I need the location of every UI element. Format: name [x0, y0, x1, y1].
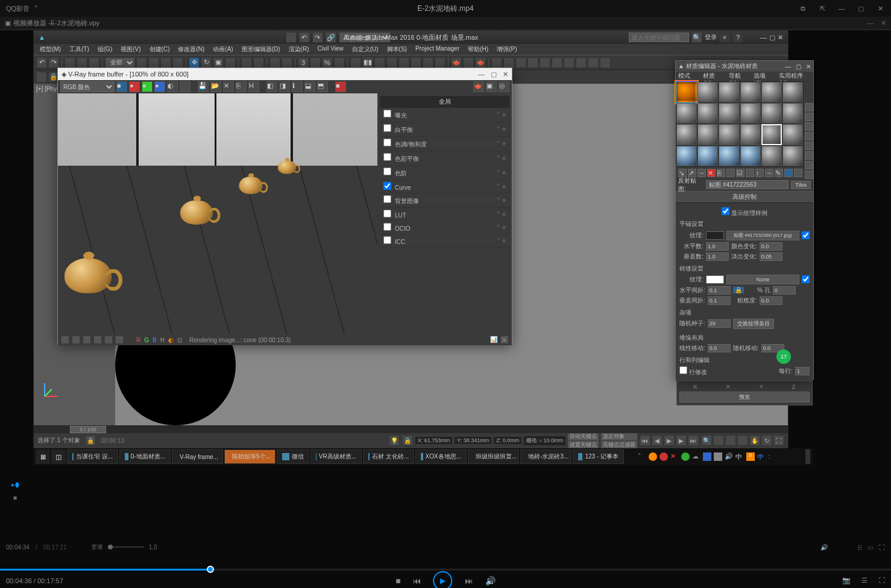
mat-material-map-icon[interactable] — [805, 170, 813, 179]
select-name-icon[interactable] — [148, 57, 159, 68]
vray-cc-toggle-icon[interactable]: ◧ — [266, 81, 277, 92]
vray-correction-checkbox[interactable] — [383, 153, 391, 161]
tab-close-icon[interactable]: ✕ — [881, 19, 886, 27]
max-redo-icon[interactable]: ↷ — [312, 32, 323, 43]
vray-correction-checkbox[interactable] — [383, 110, 391, 117]
menu-icon[interactable]: ≡ — [502, 169, 506, 176]
viewport-zoom-all-icon[interactable] — [713, 435, 724, 446]
selected-label[interactable]: 选定对象 — [601, 433, 637, 440]
qq-volume-button[interactable]: 🔊 — [485, 576, 496, 586]
mat-menu-item[interactable]: 材质(M) — [703, 72, 723, 81]
maximize-icon[interactable]: ▢ — [856, 4, 866, 13]
tray-cloud-icon[interactable]: ☁ — [692, 452, 701, 461]
max-win-close-icon[interactable]: ✕ — [778, 34, 783, 42]
named-selection-icon[interactable] — [350, 57, 361, 68]
max-win-minimize-icon[interactable]: — — [760, 34, 767, 41]
render-frame-icon[interactable] — [463, 57, 474, 68]
pct-input[interactable] — [773, 286, 796, 295]
render-setup-icon[interactable]: 🫖 — [451, 57, 462, 68]
max-menu-item[interactable]: 脚本(S) — [383, 44, 411, 55]
vray-render-view[interactable] — [58, 93, 377, 334]
task-view-icon[interactable]: ◫ — [51, 449, 66, 464]
isolate-icon[interactable]: 💡 — [389, 435, 400, 446]
mat-sample-slot[interactable] — [740, 124, 761, 145]
viewport-maximize-icon[interactable]: ⛶ — [773, 435, 784, 446]
mat-sample-slot[interactable] — [740, 103, 761, 124]
material-editor-icon[interactable] — [435, 57, 446, 68]
rough-input[interactable] — [760, 296, 782, 305]
max-search-input[interactable] — [629, 33, 689, 42]
menu-icon[interactable]: ≡ — [502, 140, 506, 147]
mat-menu-item[interactable]: 实用程序(U) — [779, 72, 811, 81]
goto-end-icon[interactable]: ⏭ — [688, 435, 699, 446]
vray-overlay-icon[interactable]: ⬒ — [317, 81, 328, 92]
vray-render-icon[interactable]: 🫖 — [473, 81, 484, 92]
mat-map-icon[interactable] — [794, 169, 802, 177]
taskbar-item[interactable]: 石材 文化砖... — [363, 449, 414, 464]
side-play-icon[interactable]: ▸⬮ — [8, 479, 22, 490]
qq-snapshot-icon[interactable]: 📷 — [842, 577, 851, 584]
collapse-icon[interactable]: ˅ — [497, 224, 500, 231]
taskbar-item[interactable]: VR高级材质... — [310, 449, 362, 464]
vray-correction-item[interactable]: 色调/饱和度˅≡ — [380, 137, 509, 151]
qq-playlist-icon[interactable]: ☰ — [861, 577, 867, 584]
side-stop-icon[interactable]: ■ — [8, 492, 22, 503]
mat-menu-item[interactable]: 导航(N) — [729, 72, 749, 81]
manipulate-icon[interactable] — [269, 57, 280, 68]
mat-uv-icon[interactable] — [805, 132, 813, 140]
taskbar-item[interactable]: 123 - 记事本 — [573, 449, 624, 464]
play-animation-icon[interactable]: ▶ — [664, 435, 675, 446]
tray-gray-icon[interactable] — [714, 452, 722, 461]
taskbar-item[interactable]: 当课住宅 设... — [67, 449, 118, 464]
tray-punc-icon[interactable]: : — [768, 452, 776, 461]
selection-filter-dropdown[interactable]: 全部 — [105, 57, 135, 68]
max-menu-item[interactable]: 视图(V) — [117, 44, 144, 55]
mat-sample-slot[interactable] — [782, 82, 803, 102]
select-region-icon[interactable] — [160, 57, 171, 68]
mat-assign-icon[interactable]: → — [697, 169, 706, 177]
vray-blue-icon[interactable]: ● — [154, 81, 165, 92]
tile-texture-button[interactable]: 贴图 #417232360 (017.jpg) — [726, 231, 799, 240]
autokey-button[interactable]: 自动关键点 — [568, 433, 599, 440]
grout-texture-button[interactable]: None — [726, 275, 799, 284]
vray-correction-item[interactable]: OCIO˅≡ — [380, 221, 509, 234]
mat-show-icon[interactable]: ☑ — [736, 169, 745, 177]
vfb-g-icon[interactable]: G — [144, 337, 149, 343]
vfb-h-icon[interactable]: H — [160, 337, 165, 343]
swap-button[interactable]: 交换纹理条目 — [733, 319, 774, 329]
max-menu-item[interactable]: 图形编辑器(D) — [238, 44, 284, 55]
grout-color-swatch[interactable] — [706, 275, 724, 284]
mat-sample-slot[interactable] — [761, 146, 782, 166]
vray-correction-item[interactable]: 背景图像˅≡ — [380, 193, 509, 208]
viewport-extents-icon[interactable] — [725, 435, 736, 446]
vfb-b-icon[interactable]: B — [153, 337, 157, 343]
bind-icon[interactable] — [89, 57, 99, 68]
keyfilter-button[interactable]: 关键点过滤器 — [601, 441, 637, 449]
mat-menu-item[interactable]: 选项(O) — [754, 72, 774, 81]
vray-channel-dropdown[interactable]: RGB 颜色 — [60, 81, 115, 92]
mat-sample-slot[interactable] — [676, 82, 697, 102]
menu-icon[interactable]: ≡ — [502, 183, 506, 190]
tray-orange-icon[interactable] — [649, 452, 657, 461]
mat-put2-icon[interactable] — [726, 169, 735, 177]
vray-correction-checkbox[interactable] — [383, 124, 391, 132]
vray-correction-item[interactable]: LUT˅≡ — [380, 208, 509, 221]
max-menu-item[interactable]: 帮助(H) — [464, 44, 492, 55]
viewport-zoom-icon[interactable]: 🔍 — [701, 435, 712, 446]
tray-cn-icon[interactable]: 中 — [757, 452, 766, 461]
coord-z[interactable]: Z: 0.0mm — [494, 437, 521, 444]
mat-sample-slot[interactable] — [719, 82, 739, 102]
video-tab-label[interactable]: 视频播放器 -E-2水泥地砖.vpy — [13, 19, 99, 28]
tray-close-icon[interactable]: ✕ — [670, 452, 679, 461]
mat-sample-slot[interactable] — [697, 103, 718, 124]
tray-show-desktop[interactable] — [805, 449, 810, 464]
max-menu-item[interactable]: 动画(A) — [209, 44, 236, 55]
menu-icon[interactable]: ≡ — [502, 111, 506, 118]
vfb-icon6[interactable] — [116, 336, 123, 343]
max-menu-item[interactable]: 工具(T) — [66, 44, 93, 55]
vfb-srgb-icon[interactable]: ⊡ — [177, 337, 182, 343]
vray-correction-checkbox[interactable] — [383, 182, 391, 190]
mat-pick-icon[interactable]: ✎ — [775, 169, 783, 177]
mat-sample-slot[interactable] — [697, 146, 718, 166]
mat-sample-slot[interactable] — [697, 124, 718, 145]
